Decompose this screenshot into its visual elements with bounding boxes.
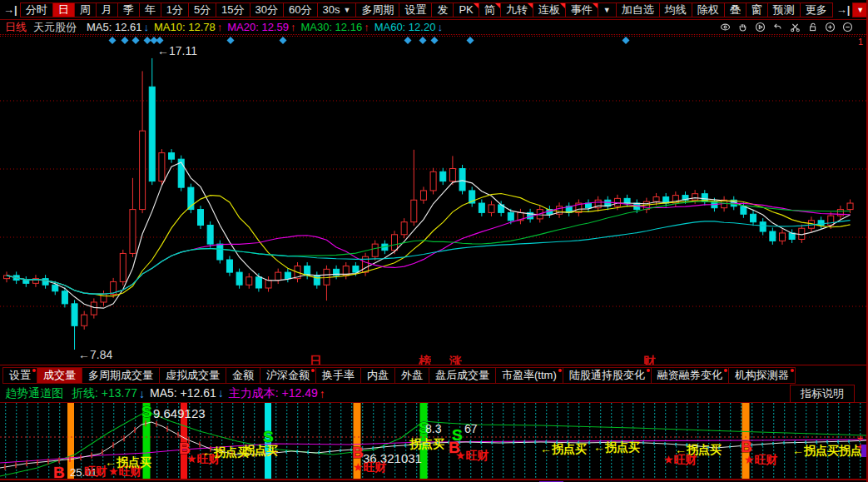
indicator-tab-10[interactable]: 市盈率(ttm)	[495, 367, 563, 384]
indicator-label-10: 拐点买	[242, 444, 278, 457]
toolbar-button-0[interactable]: 发	[431, 2, 454, 17]
period-tab-5[interactable]: 年	[139, 2, 161, 17]
period-tab-9[interactable]: 30分	[250, 2, 284, 17]
period-label[interactable]: 日线	[5, 20, 27, 35]
indicator-value-2: 主力成本: +12.49↑	[229, 386, 327, 401]
toolbar-dropdown-icon[interactable]: ▼	[852, 2, 868, 17]
indicator-tab-2[interactable]: 多周期成交量	[82, 367, 160, 384]
period-tab-7[interactable]: 5分	[188, 2, 216, 17]
arrow-down-icon: ↓	[218, 386, 224, 400]
sell-signal-marker: S	[263, 428, 274, 445]
period-tab-11[interactable]: 30s▼	[317, 2, 357, 17]
indicator-help-button[interactable]: 指标说明	[790, 385, 855, 403]
buy-signal-marker: B	[352, 444, 364, 461]
bottom-strip	[0, 479, 866, 482]
indicator-tab-5[interactable]: 沪深金额	[260, 367, 316, 384]
period-tab-2[interactable]: 周	[74, 2, 97, 17]
indicator-values-group: 折线: +13.77↓MA5: +12.61↓主力成本: +12.49↑	[72, 386, 330, 401]
toolbar-button-1[interactable]: PK	[453, 2, 479, 17]
indicator-tab-6[interactable]: 换手率	[315, 367, 361, 384]
arrow-up-icon: ↑	[320, 387, 325, 400]
period-tab-10[interactable]: 60分	[283, 2, 317, 17]
corner-block	[861, 445, 868, 457]
collapse-left-panel-icon[interactable]: →|	[3, 3, 17, 16]
toolbar-button-13[interactable]: 更多	[800, 2, 833, 17]
ma-value-0: MA5: 12.61↓	[87, 21, 151, 33]
eye-icon[interactable]	[720, 22, 731, 32]
unlock-icon[interactable]	[807, 22, 818, 32]
period-tab-8[interactable]: 15分	[216, 2, 250, 17]
indicator-label-2: 8.3	[425, 422, 442, 435]
indicator-label-13: ★旺财	[455, 449, 489, 462]
period-tab-3[interactable]: 月	[96, 2, 118, 17]
indicator-value-1: MA5: +12.61↓	[150, 386, 226, 400]
indicator-label-12: 拐点买	[409, 437, 444, 450]
toolbar-button-3[interactable]: 九转	[500, 2, 533, 17]
period-tab-13[interactable]: 设置	[399, 2, 432, 17]
ma-value-3: MA30: 12.16↑	[300, 21, 370, 33]
ma-value-4: MA60: 12.20↓	[374, 21, 444, 33]
toolbar-button-10[interactable]: 叠	[724, 2, 746, 17]
toolbar-button-9[interactable]: 除权	[692, 2, 725, 17]
period-tab-0[interactable]: 分时	[20, 2, 53, 17]
arrow-down-icon: ↓	[437, 21, 443, 33]
play-icon[interactable]	[755, 22, 766, 32]
indicator-tab-11[interactable]: 陆股通持股变化	[563, 367, 652, 384]
indicator-tab-8[interactable]: 外盘	[394, 367, 429, 384]
indicator-tab-1[interactable]: 成交量	[37, 367, 82, 384]
stock-trading-app-window: →| 分时日周月季年1分5分15分30分60分30s▼多周期设置 发PK简九转连…	[0, 0, 868, 482]
toolbar-button-8[interactable]: 均线	[659, 2, 692, 17]
indicator-label-18: ★旺财	[744, 453, 778, 466]
ma-value-1: MA10: 12.78↑	[154, 21, 224, 33]
collapse-right-panel-icon[interactable]: →|	[836, 3, 851, 16]
toolbar-button-4[interactable]: 连板	[533, 2, 566, 17]
indicator-label-0: 折线: +13.77	[72, 386, 137, 401]
toolbar-button-7[interactable]: 加自选	[616, 2, 660, 17]
toolbar-button-12[interactable]: 预测	[767, 2, 801, 17]
ticker-fragment-2: 涨	[449, 355, 462, 365]
period-tab-6[interactable]: 1分	[161, 2, 189, 17]
toolbar-button-11[interactable]: 窗	[746, 2, 768, 17]
toolbar-button-2[interactable]: 简	[479, 2, 501, 17]
indicator-tab-7[interactable]: 内盘	[360, 367, 395, 384]
ticker-fragment-1: 榜	[419, 355, 431, 365]
indicator-tab-3[interactable]: 虚拟成交量	[159, 367, 226, 384]
indicator-label-7: ←拐点买	[105, 455, 151, 469]
high-price-annotation: ←17.11	[157, 44, 197, 57]
period-tab-4[interactable]: 季	[117, 2, 140, 17]
chart-tool-icons	[720, 22, 853, 32]
ma-label-1: MA10: 12.78	[154, 21, 216, 33]
indicator-label-17: ★旺财	[663, 453, 697, 466]
low-price-annotation: ←7.84	[78, 348, 112, 361]
arrow-down-icon: ↓	[144, 21, 150, 33]
arrow-up-icon: ↑	[290, 21, 296, 33]
indicator-label-2: 主力成本: +12.49	[229, 386, 318, 401]
period-tab-1[interactable]: 日	[52, 2, 75, 17]
toolbar-button-6[interactable]: ▼	[598, 2, 617, 17]
ma-label-3: MA30: 12.16	[300, 21, 362, 33]
ma-label-0: MA5: 12.61	[87, 21, 142, 33]
indicator-tab-13[interactable]: 机构探测器	[728, 367, 796, 384]
hand-icon[interactable]	[737, 22, 748, 32]
corner-count-label: 1	[858, 37, 863, 47]
scissors-icon[interactable]	[790, 22, 801, 32]
indicator-label-1: MA5: +12.61	[150, 386, 216, 400]
period-tab-12[interactable]: 多周期	[355, 2, 399, 17]
indicator-chart[interactable]: SSSSBBBBB9.64912336.3210318.36725.01旺财★旺…	[0, 403, 868, 479]
buy-signal-marker: B	[53, 464, 65, 479]
candlestick-svg: ←17.11←7.841	[0, 35, 868, 365]
indicator-tab-0[interactable]: 设置	[2, 367, 37, 384]
indicator-tab-12[interactable]: 融资融券变化	[651, 367, 729, 384]
undo-icon[interactable]	[772, 22, 783, 32]
indicator-tab-bar: 设置成交量多周期成交量虚拟成交量金额沪深金额换手率内盘外盘盘后成交量市盈率(tt…	[0, 365, 866, 385]
zoom-in-icon[interactable]	[825, 22, 836, 32]
main-candlestick-chart[interactable]: ←17.11←7.841 日榜涨财	[0, 35, 868, 365]
indicator-tab-4[interactable]: 金额	[226, 367, 260, 384]
toolbar-button-5[interactable]: 事件	[565, 2, 598, 17]
arrow-up-icon: ↑	[217, 21, 223, 33]
zoom-out-icon[interactable]	[842, 22, 853, 32]
toolbar-right-group: 发PK简九转连板事件▼加自选均线除权叠窗预测更多→|▼	[432, 2, 868, 17]
arrow-up-icon: ↑	[364, 21, 370, 33]
indicator-title[interactable]: 趋势通道图	[5, 386, 63, 401]
indicator-tab-9[interactable]: 盘后成交量	[429, 367, 496, 384]
